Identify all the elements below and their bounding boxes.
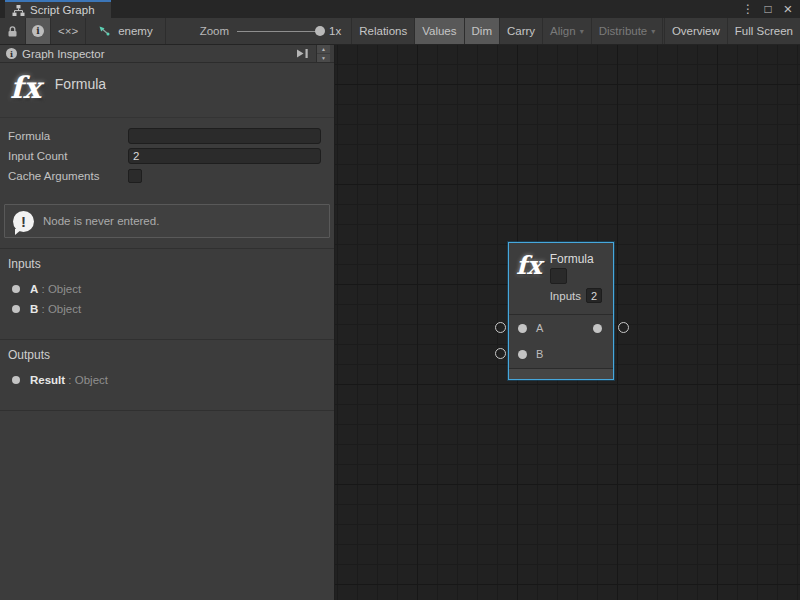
dock-icon (296, 48, 309, 59)
window-menu-icon[interactable]: ⋮ (740, 0, 756, 18)
lock-icon (6, 25, 19, 38)
port-target-circle[interactable] (618, 322, 629, 333)
formula-field-label: Formula (8, 130, 128, 142)
warning-icon: ! (13, 211, 34, 232)
fullscreen-button[interactable]: Full Screen (728, 18, 800, 44)
node-formula-field[interactable] (550, 268, 567, 284)
node-port-b[interactable]: B (509, 341, 613, 367)
unit-title: Formula (55, 76, 106, 92)
carry-toggle[interactable]: Carry (500, 18, 543, 44)
outputs-section: Outputs Result : Object (0, 339, 334, 400)
inputs-section-title: Inputs (0, 257, 334, 271)
unit-header: fx Formula (0, 63, 334, 118)
warning-text: Node is never entered. (43, 215, 159, 227)
port-row-b: B : Object (0, 299, 334, 319)
warning-box: ! Node is never entered. (4, 204, 330, 238)
node-input-count-field[interactable]: 2 (586, 288, 602, 303)
fx-icon: fx (10, 73, 41, 103)
chevron-down-icon: ▾ (580, 27, 584, 36)
close-icon[interactable]: × (780, 0, 796, 18)
tab-label: Script Graph (30, 4, 95, 16)
distribute-dropdown[interactable]: Distribute ▾ (592, 18, 664, 44)
tab-script-graph[interactable]: Script Graph (5, 0, 111, 18)
input-port-icon[interactable] (518, 324, 527, 333)
graph-inspector-panel: i Graph Inspector ▲ ▼ fx Formula (0, 45, 335, 600)
zoom-control: Zoom 1x (166, 18, 353, 44)
node-inputs-label: Inputs (550, 290, 581, 302)
formula-node-body: A B (509, 315, 613, 368)
output-port-icon[interactable] (593, 324, 602, 333)
dock-panel-button[interactable] (293, 47, 311, 61)
inspector-title: Graph Inspector (22, 48, 288, 60)
fx-icon: fx (516, 252, 542, 314)
code-icon: <×> (58, 25, 78, 37)
formula-node-footer (509, 368, 613, 379)
inspector-toggle-button[interactable]: i (26, 18, 51, 44)
flow-graph-icon (98, 25, 111, 38)
spinner-up-button[interactable]: ▲ (317, 45, 330, 53)
port-target-circle[interactable] (495, 348, 506, 359)
inputs-section: Inputs A : Object B : Object (0, 248, 334, 329)
overview-button[interactable]: Overview (665, 18, 728, 44)
align-dropdown[interactable]: Align ▾ (543, 18, 592, 44)
dim-toggle[interactable]: Dim (465, 18, 500, 44)
port-row-result: Result : Object (0, 370, 334, 390)
port-row-a: A : Object (0, 279, 334, 299)
section-divider (0, 410, 334, 411)
zoom-label: Zoom (200, 25, 229, 37)
graph-breadcrumb-button[interactable]: enemy (86, 18, 166, 44)
hierarchy-graph-icon (12, 4, 25, 17)
zoom-slider[interactable] (237, 26, 321, 36)
chevron-down-icon: ▾ (651, 27, 655, 36)
view-source-button[interactable]: <×> (51, 18, 86, 44)
graph-name-label: enemy (118, 25, 153, 37)
graph-canvas[interactable]: fx Formula Inputs 2 A (335, 45, 800, 600)
zoom-slider-track (237, 31, 321, 33)
input-port-icon[interactable] (518, 350, 527, 359)
inspector-spinner: ▲ ▼ (316, 45, 330, 62)
info-icon: i (6, 48, 17, 59)
title-bar: Script Graph ⋮ □ × (0, 0, 800, 18)
inspector-fields: Formula Input Count Cache Arguments (0, 118, 334, 192)
input-count-field[interactable] (128, 148, 321, 164)
formula-input[interactable] (128, 128, 321, 144)
port-target-circle[interactable] (495, 322, 506, 333)
cache-arguments-label: Cache Arguments (8, 170, 128, 182)
port-dot-icon (12, 285, 20, 293)
spinner-down-button[interactable]: ▼ (317, 54, 330, 62)
info-icon: i (32, 25, 44, 37)
cache-arguments-checkbox[interactable] (128, 169, 142, 183)
inspector-header: i Graph Inspector ▲ ▼ (0, 45, 334, 63)
lock-button[interactable] (0, 18, 26, 44)
node-title: Formula (550, 252, 602, 266)
relations-toggle[interactable]: Relations (352, 18, 415, 44)
zoom-value: 1x (329, 25, 341, 37)
port-dot-icon (12, 305, 20, 313)
input-count-label: Input Count (8, 150, 128, 162)
zoom-slider-handle[interactable] (315, 26, 325, 36)
formula-node-header: fx Formula Inputs 2 (509, 243, 613, 315)
formula-node[interactable]: fx Formula Inputs 2 A (508, 242, 614, 380)
outputs-section-title: Outputs (0, 348, 334, 362)
maximize-icon[interactable]: □ (760, 0, 776, 18)
graph-toolbar: i <×> enemy Zoom 1x Relations Values Dim… (0, 18, 800, 45)
values-toggle[interactable]: Values (415, 18, 464, 44)
port-dot-icon (12, 376, 20, 384)
script-graph-window: Script Graph ⋮ □ × i <×> enemy (0, 0, 800, 600)
